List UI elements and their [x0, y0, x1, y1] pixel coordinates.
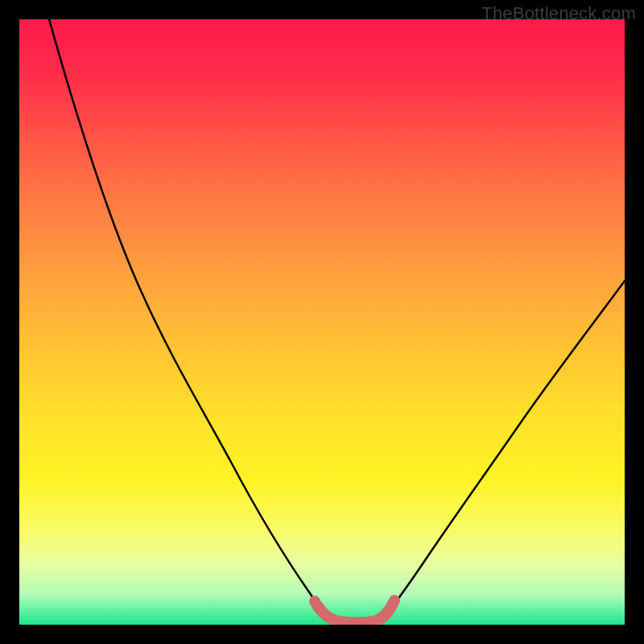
trough-highlight-dot-right: [389, 595, 400, 606]
trough-highlight-dot-left: [309, 596, 320, 607]
trough-highlight: [317, 604, 393, 623]
left-curve: [49, 19, 328, 618]
curve-layer: [19, 19, 625, 625]
plot-area: [19, 19, 625, 625]
attribution-text: TheBottleneck.com: [481, 3, 636, 24]
right-curve: [382, 281, 625, 618]
chart-frame: TheBottleneck.com: [0, 0, 644, 644]
